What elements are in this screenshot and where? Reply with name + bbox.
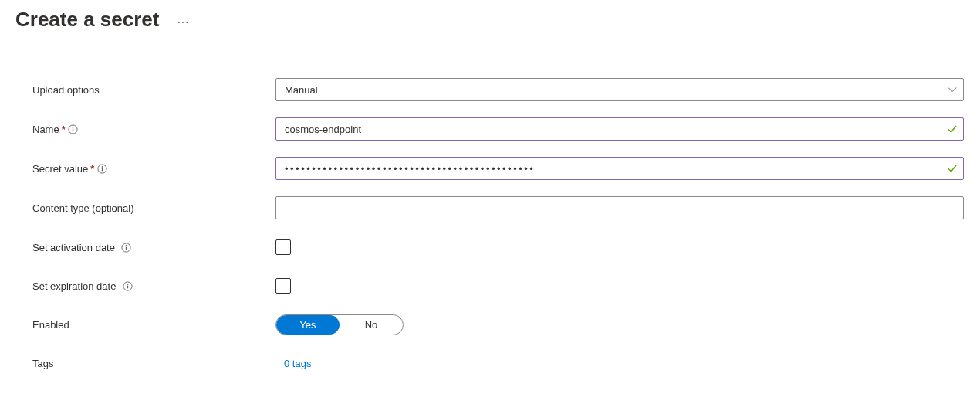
label-text: Secret value — [32, 163, 88, 175]
create-secret-page: Create a secret Upload options Manual — [0, 0, 980, 375]
svg-point-1 — [183, 22, 184, 23]
label-enabled: Enabled — [32, 319, 275, 331]
row-enabled: Enabled Yes No — [32, 313, 965, 336]
enabled-no-option[interactable]: No — [340, 315, 403, 335]
svg-rect-11 — [126, 246, 127, 250]
label-expiration-date: Set expiration date — [32, 280, 275, 292]
tags-link[interactable]: 0 tags — [275, 358, 311, 369]
upload-options-select[interactable]: Manual — [275, 78, 964, 101]
info-icon[interactable] — [68, 124, 79, 134]
svg-point-0 — [178, 22, 180, 23]
svg-point-10 — [126, 245, 127, 246]
label-content-type: Content type (optional) — [32, 202, 275, 214]
more-button[interactable] — [174, 11, 191, 29]
info-icon[interactable] — [96, 163, 107, 174]
row-activation-date: Set activation date — [32, 236, 965, 259]
svg-rect-5 — [73, 128, 73, 131]
row-content-type: Content type (optional) — [32, 196, 965, 219]
label-text: Set activation date — [32, 242, 115, 253]
enabled-toggle: Yes No — [275, 314, 404, 335]
row-expiration-date: Set expiration date — [32, 274, 965, 297]
row-upload-options: Upload options Manual — [32, 78, 965, 101]
required-asterisk: * — [90, 163, 94, 175]
content-type-input[interactable] — [275, 196, 964, 219]
enabled-yes-option[interactable]: Yes — [276, 315, 340, 335]
select-value: Manual — [285, 84, 318, 96]
row-tags: Tags 0 tags — [32, 352, 965, 375]
svg-point-13 — [127, 284, 129, 285]
label-name: Name * — [32, 124, 275, 135]
label-upload-options: Upload options — [32, 84, 275, 96]
required-asterisk: * — [62, 124, 66, 135]
label-text: Upload options — [32, 84, 100, 96]
activation-date-checkbox[interactable] — [275, 239, 291, 255]
row-secret-value: Secret value * — [32, 157, 965, 180]
label-secret-value: Secret value * — [32, 163, 275, 175]
secret-value-input[interactable] — [275, 157, 964, 180]
info-icon[interactable] — [121, 242, 132, 253]
svg-rect-14 — [127, 285, 128, 288]
more-icon — [177, 14, 188, 26]
svg-point-4 — [73, 127, 74, 128]
label-activation-date: Set activation date — [32, 242, 275, 253]
info-icon[interactable] — [122, 280, 133, 291]
label-text: Content type (optional) — [32, 202, 134, 214]
page-title: Create a secret — [15, 8, 159, 32]
svg-rect-8 — [102, 168, 103, 171]
label-text: Enabled — [32, 319, 69, 331]
label-text: Set expiration date — [32, 280, 116, 292]
name-input[interactable] — [275, 117, 964, 141]
label-text: Tags — [32, 358, 53, 369]
svg-point-2 — [187, 22, 188, 23]
label-tags: Tags — [32, 358, 275, 369]
expiration-date-checkbox[interactable] — [275, 278, 291, 294]
chevron-down-icon — [948, 85, 957, 94]
secret-form: Upload options Manual Name * — [15, 78, 965, 375]
page-header: Create a secret — [15, 8, 965, 32]
label-text: Name — [32, 124, 59, 135]
svg-point-7 — [101, 166, 103, 168]
row-name: Name * — [32, 117, 965, 141]
